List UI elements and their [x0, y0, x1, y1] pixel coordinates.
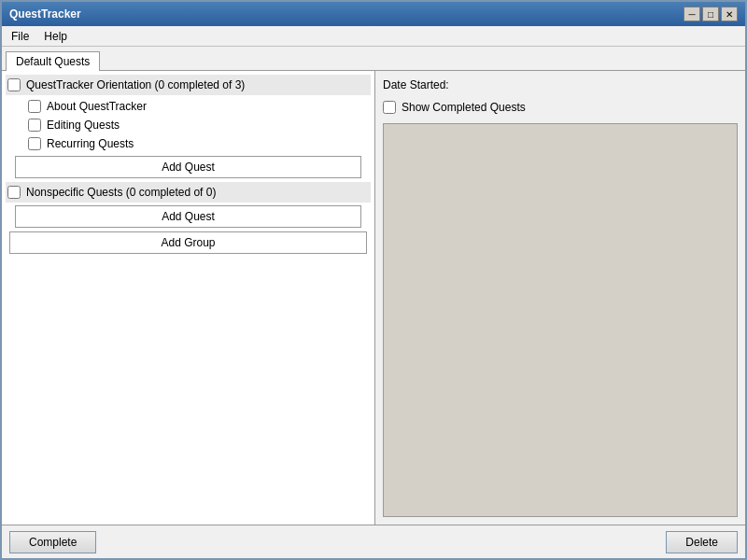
group-header-nonspecific[interactable]: Nonspecific Quests (0 completed of 0) — [6, 182, 371, 203]
group-nonspecific: Nonspecific Quests (0 completed of 0) Ad… — [6, 182, 371, 228]
quest-recurring-label: Recurring Quests — [47, 137, 134, 150]
title-bar-buttons: ─ □ ✕ — [684, 7, 738, 21]
quest-item-editing[interactable]: Editing Quests — [6, 116, 371, 134]
quest-item-about[interactable]: About QuestTracker — [6, 97, 371, 116]
close-button[interactable]: ✕ — [721, 7, 738, 21]
group-nonspecific-label: Nonspecific Quests (0 completed of 0) — [26, 186, 216, 199]
quest-editing-checkbox[interactable] — [28, 119, 41, 132]
date-started-row: Date Started: — [383, 78, 738, 91]
menu-item-help[interactable]: Help — [38, 28, 73, 45]
show-completed-label: Show Completed Quests — [402, 101, 526, 114]
status-bar: Complete Delete — [2, 525, 745, 558]
menu-item-file[interactable]: File — [6, 28, 35, 45]
date-started-label: Date Started: — [383, 78, 449, 91]
show-completed-checkbox[interactable] — [383, 101, 396, 114]
maximize-button[interactable]: □ — [702, 7, 719, 21]
tab-default-quests[interactable]: Default Quests — [6, 51, 100, 71]
quest-item-recurring[interactable]: Recurring Quests — [6, 134, 371, 153]
add-quest-button-nonspecific[interactable]: Add Quest — [15, 205, 361, 228]
quest-editing-label: Editing Quests — [47, 119, 120, 132]
group-nonspecific-checkbox[interactable] — [7, 186, 21, 199]
group-orientation-checkbox[interactable] — [7, 78, 21, 91]
show-completed-row: Show Completed Quests — [383, 101, 738, 114]
minimize-button[interactable]: ─ — [684, 7, 700, 21]
left-panel: QuestTracker Orientation (0 completed of… — [2, 71, 375, 525]
title-bar: QuestTracker ─ □ ✕ — [2, 2, 745, 26]
right-panel: Date Started: Show Completed Quests — [375, 71, 745, 525]
main-window: QuestTracker ─ □ ✕ File Help Default Que… — [0, 0, 747, 560]
quest-detail-area — [383, 123, 738, 517]
quest-about-label: About QuestTracker — [47, 100, 147, 113]
complete-button[interactable]: Complete — [9, 531, 96, 553]
quest-recurring-checkbox[interactable] — [28, 137, 41, 150]
menu-bar: File Help — [2, 26, 745, 47]
group-orientation: QuestTracker Orientation (0 completed of… — [6, 75, 371, 178]
tab-bar: Default Quests — [2, 47, 745, 70]
add-quest-button-orientation[interactable]: Add Quest — [15, 156, 361, 178]
group-orientation-label: QuestTracker Orientation (0 completed of… — [26, 78, 245, 91]
quest-about-checkbox[interactable] — [28, 100, 41, 113]
main-content: QuestTracker Orientation (0 completed of… — [2, 70, 745, 525]
window-title: QuestTracker — [9, 7, 81, 21]
delete-button[interactable]: Delete — [666, 531, 738, 553]
group-header-orientation[interactable]: QuestTracker Orientation (0 completed of… — [6, 75, 371, 95]
add-group-button[interactable]: Add Group — [9, 231, 367, 254]
